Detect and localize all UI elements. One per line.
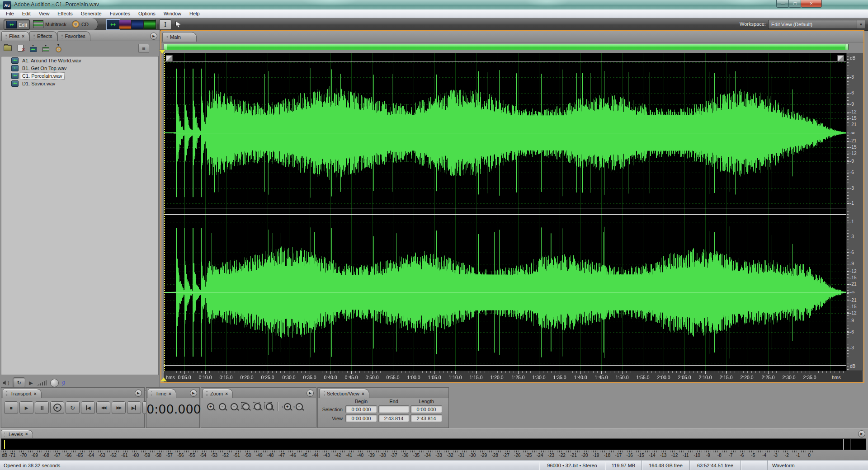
selection-length-field[interactable]: 0:00.000 (410, 405, 442, 413)
close-file-button[interactable]: ✕ (14, 43, 26, 53)
preview-volume-link[interactable]: 0 (62, 380, 65, 386)
selection-begin-field[interactable]: 0:00.000 (345, 405, 377, 413)
menu-options[interactable]: Options (134, 9, 160, 18)
tab-zoom[interactable]: Zoom × (203, 389, 233, 398)
close-icon[interactable]: × (34, 391, 37, 396)
tab-levels[interactable]: Levels × (1, 430, 33, 438)
close-icon[interactable]: × (169, 391, 171, 396)
menu-view[interactable]: View (35, 9, 54, 18)
view-begin-field[interactable]: 0:00.000 (345, 414, 377, 422)
spectral-pan-display-toggle[interactable] (131, 20, 144, 29)
preview-play-button[interactable]: ▶ (29, 380, 33, 386)
level-scale-label: -42 (335, 453, 341, 458)
multitrack-view-button[interactable]: Multitrack (31, 19, 69, 29)
channel-boundary-line[interactable] (164, 214, 846, 215)
files-panel-menu-button[interactable]: ▶ (150, 33, 157, 40)
menu-generate[interactable]: Generate (77, 9, 106, 18)
waveform-navigator-bar[interactable] (164, 44, 849, 50)
waveform-display[interactable] (164, 53, 846, 371)
time-panel-menu-button[interactable]: ▶ (190, 390, 197, 397)
scrub-tool[interactable] (172, 19, 184, 29)
file-item[interactable]: ++A1. Around The World.wav (1, 56, 158, 64)
fast-forward-button[interactable]: ▶▶ (112, 401, 126, 414)
menu-favorites[interactable]: Favorites (106, 9, 134, 18)
playhead-cursor[interactable] (164, 53, 165, 371)
maximize-button[interactable]: ▢ (788, 0, 802, 8)
play-button[interactable]: ▶ (19, 401, 33, 414)
insert-into-multitrack-button[interactable]: ▼++ (27, 43, 39, 53)
spectral-frequency-display-toggle[interactable] (119, 20, 132, 29)
transport-panel-menu-button[interactable]: ▶ (135, 390, 142, 397)
zoom-in-vertically-button[interactable]: ↕+ (280, 401, 292, 412)
spectral-phase-display-toggle[interactable] (143, 20, 156, 29)
stop-button[interactable]: ■ (4, 401, 18, 414)
navigator-left-cap[interactable] (164, 44, 167, 50)
close-button[interactable]: ✕ (801, 0, 822, 8)
channel-boundary-line[interactable] (164, 365, 846, 366)
files-options-toggle[interactable]: ▦ (138, 44, 149, 53)
loop-preview-button[interactable]: ↻ (13, 377, 25, 388)
file-item[interactable]: ++B1. Get On Top.wav (1, 64, 158, 72)
file-item[interactable]: ++D1. Savior.wav (1, 80, 158, 87)
zoom-out-vertically-button[interactable]: ↕− (292, 401, 304, 412)
zoom-out-full-button[interactable]: − (228, 401, 240, 412)
file-item[interactable]: ++C1. Porcelain.wav (1, 72, 158, 80)
boundary-handle[interactable] (166, 55, 173, 62)
cd-view-button[interactable]: CD (70, 19, 91, 29)
db-tick (847, 264, 849, 264)
tab-time[interactable]: Time × (148, 389, 176, 398)
tab-favorites[interactable]: Favorites (57, 31, 90, 41)
close-icon[interactable]: × (25, 432, 28, 437)
open-audio-button[interactable]: ▼ (52, 43, 64, 53)
tab-selection-view[interactable]: Selection/View × (319, 389, 369, 398)
import-file-button[interactable] (2, 43, 14, 53)
go-to-beginning-button[interactable]: ◀ (81, 401, 95, 414)
menu-effects[interactable]: Effects (53, 9, 76, 18)
db-vertical-ruler[interactable]: dBdB-1-3-3-6-6-9-9-12-12-15-15-21-21-∞-1… (846, 53, 863, 371)
zoom-in-horizontally-button[interactable]: + (205, 401, 217, 412)
levels-panel-menu-button[interactable]: ▶ (858, 430, 865, 437)
navigator-right-cap[interactable] (845, 44, 848, 50)
timeline-ruler[interactable]: hmshms0:05.00:10.00:15.00:20.00:25.00:30… (164, 371, 863, 382)
tab-files[interactable]: Files× (1, 31, 29, 41)
workspace-select[interactable]: Edit View (Default) ▼ (768, 20, 865, 29)
level-scale-label: -17 (615, 453, 622, 458)
tab-effects[interactable]: Effects (29, 31, 57, 41)
time-selection-tool[interactable]: I (159, 19, 171, 30)
menu-edit[interactable]: Edit (18, 9, 35, 18)
selection-end-field[interactable] (378, 405, 409, 413)
preview-volume-knob[interactable] (50, 379, 59, 387)
db-tick-label: -12 (850, 269, 856, 274)
zoom-in-right-edge-button[interactable] (264, 401, 275, 412)
zoom-to-selection-button[interactable] (240, 401, 252, 412)
view-end-field[interactable]: 2:43.814 (378, 414, 409, 422)
zoom-in-left-edge-button[interactable] (252, 401, 264, 412)
insert-into-cd-button[interactable]: ▼ (40, 43, 52, 53)
menu-file[interactable]: File (2, 9, 18, 18)
chevron-down-icon[interactable]: ▼ (857, 20, 865, 28)
edit-view-button[interactable]: ++Edit (4, 19, 30, 30)
tab-main[interactable]: Main (162, 32, 197, 42)
level-meter[interactable] (1, 438, 866, 450)
waveform-canvas[interactable] (164, 53, 846, 371)
tab-transport[interactable]: Transport × (3, 389, 42, 398)
channel-boundary-line[interactable] (164, 208, 846, 208)
go-to-end-button[interactable]: ▶ (127, 401, 141, 414)
close-icon[interactable]: × (22, 34, 24, 39)
minimize-button[interactable]: — (776, 0, 789, 8)
boundary-handle[interactable] (837, 55, 844, 62)
zoom-out-horizontally-button[interactable]: − (217, 401, 228, 412)
close-icon[interactable]: × (225, 391, 228, 396)
play-from-cursor-button[interactable]: ▶ (50, 401, 64, 414)
rewind-button[interactable]: ◀◀ (96, 401, 110, 414)
waveform-display-toggle[interactable]: ++ (107, 20, 119, 29)
close-icon[interactable]: × (362, 391, 364, 396)
menu-help[interactable]: Help (185, 9, 204, 18)
play-looped-button[interactable]: ↻ (66, 401, 80, 414)
pause-button[interactable] (35, 401, 49, 414)
view-length-field[interactable]: 2:43.814 (410, 414, 442, 422)
channel-boundary-line[interactable] (164, 61, 846, 61)
menu-window[interactable]: Window (160, 9, 185, 18)
zoom-panel-menu-button[interactable]: ▶ (307, 390, 314, 397)
auto-play-speaker-icon[interactable]: ) (3, 381, 9, 385)
